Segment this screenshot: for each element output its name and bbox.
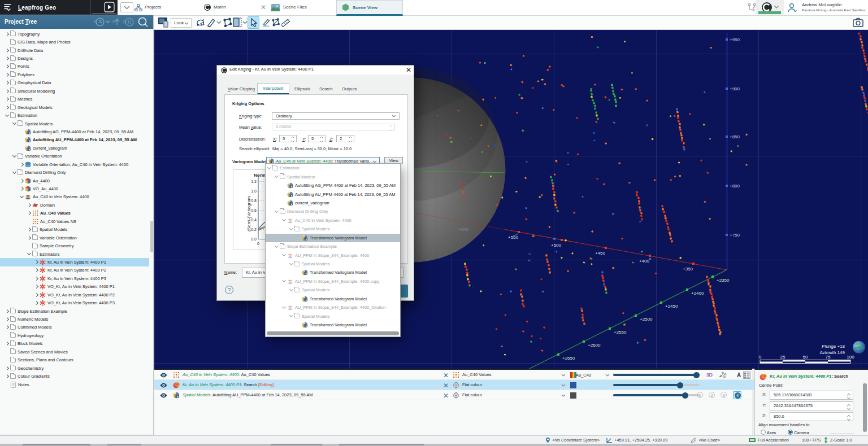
svg-text:0: 0	[94, 20, 96, 24]
svg-text:0.6: 0.6	[251, 208, 257, 212]
svg-text:+450: +450	[595, 251, 606, 256]
svg-text:0.2: 0.2	[251, 228, 257, 231]
svg-text:+750: +750	[730, 233, 740, 238]
svg-text:75: 75	[826, 355, 831, 360]
svg-text:50: 50	[803, 355, 808, 360]
svg-text:+850: +850	[730, 134, 740, 139]
svg-text:0: 0	[112, 20, 115, 24]
svg-text:+400: +400	[639, 259, 650, 264]
svg-text:+500: +500	[551, 243, 562, 248]
svg-text:100: 100	[847, 355, 854, 360]
svg-text:+800: +800	[730, 183, 740, 189]
svg-text:0: 0	[257, 241, 259, 246]
svg-text:0.4: 0.4	[251, 218, 257, 222]
svg-text:1.0: 1.0	[251, 189, 257, 193]
svg-text:Plunge +18: Plunge +18	[822, 344, 845, 349]
svg-text:+350: +350	[683, 266, 693, 272]
svg-text:+2400: +2400	[691, 291, 704, 296]
svg-text:+950: +950	[730, 37, 740, 42]
svg-text:25: 25	[780, 355, 785, 360]
svg-text:1.2: 1.2	[251, 180, 257, 183]
svg-text:0.0: 0.0	[251, 237, 257, 241]
svg-text:+2650: +2650	[562, 356, 575, 361]
svg-text:+2350: +2350	[717, 278, 730, 283]
svg-text:+2500: +2500	[640, 317, 653, 322]
svg-text:+900: +900	[730, 86, 740, 91]
svg-text:0.8: 0.8	[251, 199, 257, 203]
svg-text:+2600: +2600	[588, 343, 601, 348]
svg-text:+2450: +2450	[665, 304, 678, 309]
svg-text:Azimuth 149: Azimuth 149	[820, 350, 845, 355]
svg-text:+600: +600	[458, 227, 469, 232]
svg-text:0: 0	[759, 355, 762, 360]
svg-text:0: 0	[123, 20, 125, 24]
svg-text:+2550: +2550	[614, 330, 627, 335]
